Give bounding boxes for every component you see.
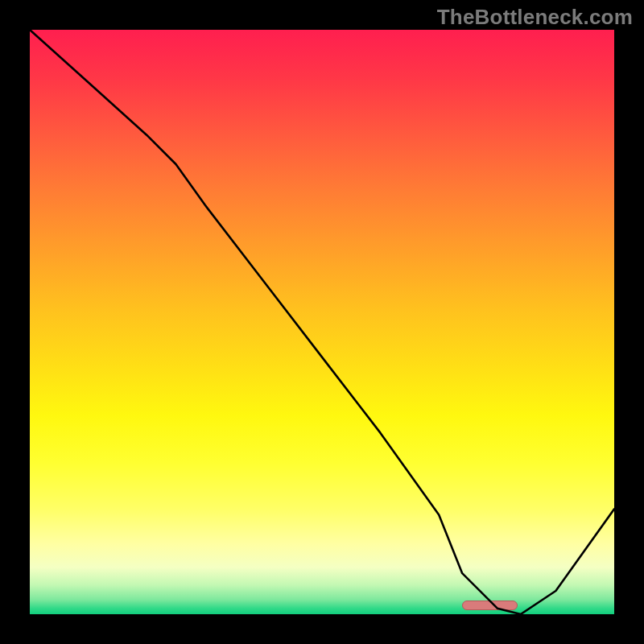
chart-stage: TheBottleneck.com	[0, 0, 644, 644]
line-curve	[30, 30, 614, 614]
watermark-text: TheBottleneck.com	[437, 5, 633, 30]
plot-area	[30, 30, 614, 614]
